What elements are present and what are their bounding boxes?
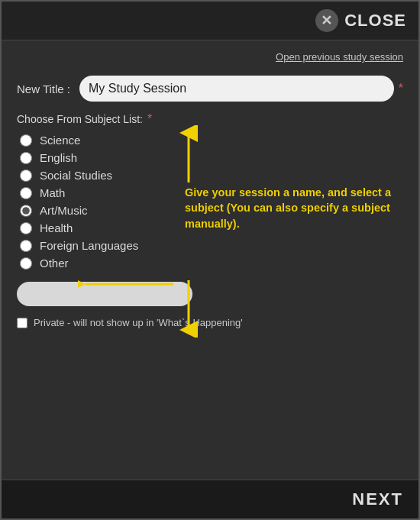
label-english: English: [40, 151, 77, 164]
radio-math[interactable]: [20, 187, 32, 199]
radio-social-studies[interactable]: [20, 170, 32, 182]
label-foreign-languages: Foreign Languages: [40, 239, 138, 252]
radio-other[interactable]: [20, 257, 32, 270]
title-required-star: *: [399, 82, 403, 95]
title-input[interactable]: [79, 76, 394, 102]
close-label: CLOSE: [344, 11, 406, 31]
open-previous-link[interactable]: Open previous study session: [276, 51, 403, 63]
label-health: Health: [40, 221, 73, 234]
title-label: New Title :: [17, 82, 70, 95]
label-art-music: Art/Music: [40, 204, 88, 217]
subject-required-star: *: [147, 112, 152, 125]
radio-science[interactable]: [20, 134, 32, 147]
dialog-container: ✕ CLOSE Open previous study session New …: [0, 0, 420, 520]
label-other: Other: [40, 257, 69, 270]
subject-item-foreign-languages[interactable]: Foreign Languages: [20, 239, 403, 252]
footer: NEXT: [2, 480, 418, 518]
subject-item-health[interactable]: Health: [20, 221, 403, 234]
private-checkbox[interactable]: [17, 318, 27, 328]
close-button[interactable]: ✕ CLOSE: [315, 9, 406, 32]
subject-list-label: Choose From Subject List:*: [17, 112, 403, 126]
close-icon: ✕: [315, 9, 338, 32]
private-label: Private - will not show up in 'What`s Ha…: [34, 317, 243, 328]
manual-subject-input[interactable]: [17, 282, 192, 306]
radio-art-music[interactable]: [20, 205, 32, 217]
radio-english[interactable]: [20, 152, 32, 164]
subject-radio-list: Science English Social Studies Math Art/…: [20, 134, 403, 270]
next-button[interactable]: NEXT: [352, 489, 403, 509]
private-row: Private - will not show up in 'What`s Ha…: [17, 317, 403, 328]
label-social-studies: Social Studies: [40, 169, 112, 182]
subject-item-art-music[interactable]: Art/Music: [20, 204, 403, 217]
open-previous-section: Open previous study session: [17, 50, 403, 63]
label-science: Science: [40, 134, 80, 147]
subject-item-social-studies[interactable]: Social Studies: [20, 169, 403, 182]
radio-health[interactable]: [20, 222, 32, 234]
subject-item-math[interactable]: Math: [20, 186, 403, 199]
form-content: Open previous study session New Title : …: [2, 40, 418, 341]
subject-item-other[interactable]: Other: [20, 257, 403, 270]
subject-item-english[interactable]: English: [20, 151, 403, 164]
title-row: New Title : *: [17, 76, 403, 102]
subject-item-science[interactable]: Science: [20, 134, 403, 147]
header: ✕ CLOSE: [2, 2, 418, 40]
radio-foreign-languages[interactable]: [20, 240, 32, 252]
label-math: Math: [40, 186, 65, 199]
